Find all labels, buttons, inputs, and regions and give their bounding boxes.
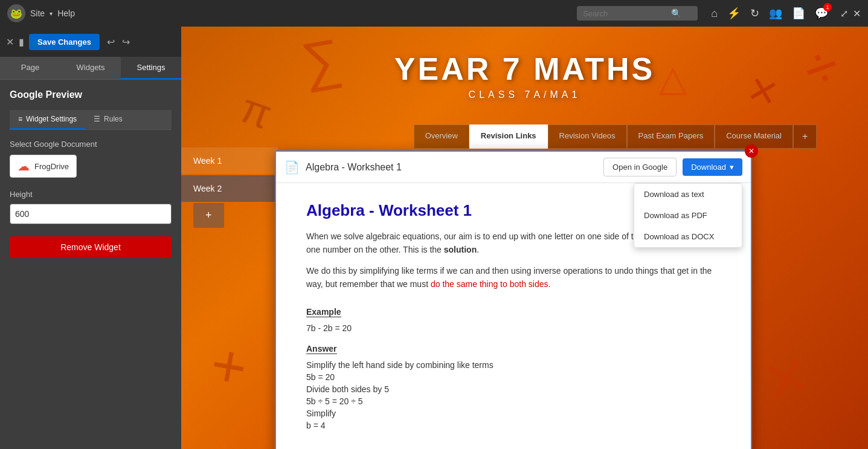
top-bar: 🐸 Site ▾ Help 🔍 ⌂ ⚡ ↻ 👥 📄 💬 1 ⤢ ✕ bbox=[0, 0, 868, 27]
widget-settings-bar: ≡ Widget Settings ☰ Rules bbox=[10, 110, 172, 130]
height-label: Height bbox=[10, 190, 172, 199]
tab-revision-videos[interactable]: Revision Videos bbox=[548, 124, 627, 149]
tab-overview[interactable]: Overview bbox=[414, 124, 469, 149]
doc-google-icon: 📄 bbox=[285, 160, 300, 175]
add-tab-button[interactable]: + bbox=[793, 124, 817, 149]
rules-icon: ☰ bbox=[94, 115, 100, 123]
site-dropdown-arrow[interactable]: ▾ bbox=[50, 10, 53, 17]
left-panel: ✕ ▮ Save Changes ↩ ↪ Page Widgets Settin… bbox=[0, 27, 181, 449]
main-area: ÷ × ∑ π × + △ YEAR 7 MATHS CLASS 7A/MA1 … bbox=[181, 27, 868, 449]
download-label: Download bbox=[691, 163, 726, 172]
download-as-pdf[interactable]: Download as PDF bbox=[634, 205, 742, 226]
height-input[interactable] bbox=[10, 204, 172, 224]
doc-answer-label: Answer bbox=[306, 344, 337, 354]
doc-modal-header: 📄 Algebra - Worksheet 1 Open in Google D… bbox=[276, 152, 751, 183]
rules-label: Rules bbox=[104, 115, 123, 123]
remove-widget-button[interactable]: Remove Widget bbox=[10, 236, 172, 258]
select-doc-label: Select Google Document bbox=[10, 140, 172, 149]
save-changes-button[interactable]: Save Changes bbox=[29, 34, 100, 50]
weeks-sidebar: Week 1 Week 2 + bbox=[181, 147, 278, 228]
help-label[interactable]: Help bbox=[57, 8, 75, 18]
site-label[interactable]: Site bbox=[30, 8, 45, 18]
course-title: YEAR 7 MATHS bbox=[394, 51, 655, 87]
panel-tabs: Page Widgets Settings bbox=[0, 57, 181, 80]
top-icons: ⌂ ⚡ ↻ 👥 📄 💬 1 bbox=[711, 7, 828, 20]
download-arrow-icon: ▾ bbox=[730, 163, 734, 172]
refresh-icon[interactable]: ↻ bbox=[750, 7, 759, 20]
download-button[interactable]: Download ▾ bbox=[683, 158, 742, 176]
doc-answer-line3: Divide both sides by 5 bbox=[306, 384, 721, 394]
course-tabs: Overview Revision Links Revision Videos … bbox=[181, 124, 868, 149]
frogdrive-label: FrogDrive bbox=[34, 162, 69, 171]
users-icon[interactable]: 👥 bbox=[769, 7, 782, 20]
tab-widgets[interactable]: Widgets bbox=[60, 57, 121, 79]
widget-settings-label: Widget Settings bbox=[26, 115, 77, 123]
doc-answer-line6: b = 4 bbox=[306, 421, 721, 430]
left-toolbar: ✕ ▮ Save Changes ↩ ↪ bbox=[0, 27, 181, 57]
top-bar-right: ⤢ ✕ bbox=[840, 8, 861, 19]
lightning-icon[interactable]: ⚡ bbox=[727, 7, 741, 20]
doc-answer-line2: 5b = 20 bbox=[306, 372, 721, 382]
doc-modal: 📄 Algebra - Worksheet 1 Open in Google D… bbox=[275, 150, 752, 449]
close-panel-button[interactable]: ✕ bbox=[6, 36, 14, 48]
tab-past-exam-papers[interactable]: Past Exam Papers bbox=[627, 124, 715, 149]
collapse-panel-button[interactable]: ▮ bbox=[19, 36, 24, 48]
download-as-text[interactable]: Download as text bbox=[634, 184, 742, 205]
frogdrive-icon: ☁ bbox=[18, 159, 30, 173]
close-window-icon[interactable]: ✕ bbox=[853, 8, 861, 19]
add-week-button[interactable]: + bbox=[193, 203, 224, 228]
course-title-area: YEAR 7 MATHS CLASS 7A/MA1 bbox=[394, 51, 655, 100]
week2-item[interactable]: Week 2 bbox=[181, 175, 278, 202]
home-icon[interactable]: ⌂ bbox=[711, 7, 718, 20]
tab-revision-links[interactable]: Revision Links bbox=[469, 124, 548, 149]
widget-settings-icon: ≡ bbox=[18, 115, 22, 123]
panel-content: Google Preview ≡ Widget Settings ☰ Rules… bbox=[0, 80, 181, 449]
notification-badge: 1 bbox=[823, 3, 832, 11]
widget-settings-tab[interactable]: ≡ Widget Settings bbox=[10, 110, 85, 129]
download-as-docx[interactable]: Download as DOCX bbox=[634, 226, 742, 247]
site-logo: 🐸 bbox=[7, 4, 25, 22]
expand-icon[interactable]: ⤢ bbox=[840, 8, 848, 19]
course-subtitle: CLASS 7A/MA1 bbox=[394, 89, 655, 100]
chat-icon[interactable]: 💬 1 bbox=[815, 7, 828, 20]
tab-settings[interactable]: Settings bbox=[121, 57, 181, 79]
top-bar-left: 🐸 Site ▾ Help bbox=[7, 4, 75, 22]
doc-answer-line1: Simplify the left hand side by combining… bbox=[306, 360, 721, 370]
doc-para1-bold: solution bbox=[444, 245, 477, 254]
download-dropdown: Download as text Download as PDF Downloa… bbox=[634, 183, 742, 248]
search-input[interactable] bbox=[583, 9, 667, 18]
doc-icon[interactable]: 📄 bbox=[792, 7, 805, 20]
doc-para2-red: do the same thing to both sides. bbox=[431, 279, 550, 289]
doc-answer-line5: Simplify bbox=[306, 409, 721, 418]
week1-item[interactable]: Week 1 bbox=[181, 147, 278, 174]
open-in-google-button[interactable]: Open in Google bbox=[603, 158, 677, 176]
frogdrive-button[interactable]: ☁ FrogDrive bbox=[10, 155, 77, 178]
tab-page[interactable]: Page bbox=[0, 57, 60, 79]
redo-button[interactable]: ↪ bbox=[122, 36, 130, 48]
search-bar[interactable]: 🔍 bbox=[577, 6, 698, 21]
modal-close-button[interactable]: ✕ bbox=[745, 144, 758, 158]
doc-title: Algebra - Worksheet 1 bbox=[306, 162, 597, 173]
doc-para1-end: . bbox=[477, 245, 479, 254]
doc-equation1: 7b - 2b = 20 bbox=[306, 323, 721, 333]
doc-answer-line4: 5b ÷ 5 = 20 ÷ 5 bbox=[306, 396, 721, 406]
search-icon: 🔍 bbox=[671, 8, 681, 18]
undo-button[interactable]: ↩ bbox=[107, 36, 115, 48]
doc-para2: We do this by simplifying like terms if … bbox=[306, 264, 721, 291]
course-background: ÷ × ∑ π × + △ YEAR 7 MATHS CLASS 7A/MA1 … bbox=[181, 27, 868, 449]
rules-tab[interactable]: ☰ Rules bbox=[85, 110, 131, 129]
doc-example-label: Example bbox=[306, 307, 341, 317]
google-preview-title: Google Preview bbox=[10, 89, 172, 100]
